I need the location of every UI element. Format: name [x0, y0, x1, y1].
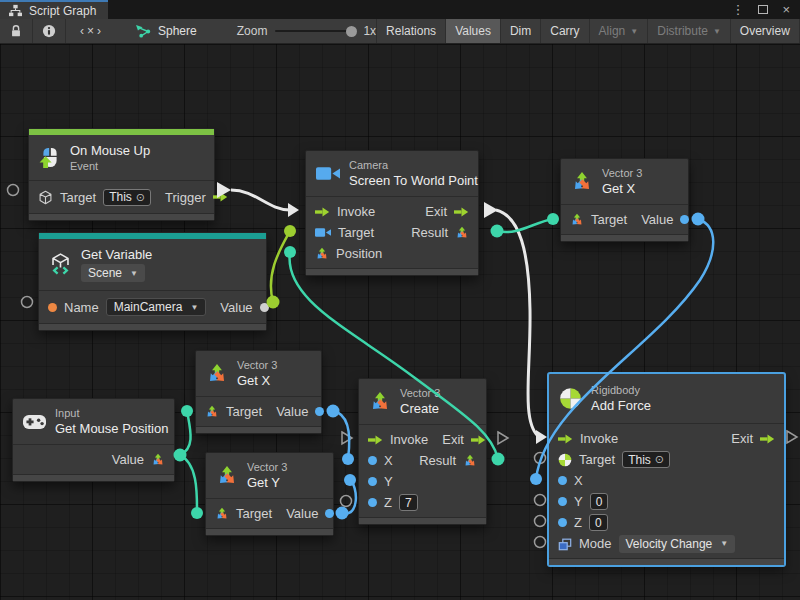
edit-graph-button[interactable]: ‹ × ›	[66, 19, 116, 43]
node-subtitle: Event	[70, 160, 150, 172]
exit-label: Exit	[731, 431, 753, 446]
align-button[interactable]: Align▼	[589, 19, 648, 43]
zoom-slider-handle[interactable]	[346, 26, 357, 37]
node-on-mouse-up[interactable]: On Mouse Up Event Target This ⊙ Trigger	[28, 128, 215, 221]
chevron-down-icon: ▼	[130, 269, 138, 278]
mode-label: Mode	[579, 536, 612, 551]
node-footer	[549, 558, 784, 565]
vector3-port-icon[interactable]	[315, 247, 329, 261]
invoke-label: Invoke	[337, 204, 375, 219]
node-title: Screen To World Point	[349, 173, 478, 188]
flow-arrow-icon[interactable]	[213, 192, 228, 202]
float-port-icon[interactable]	[368, 456, 377, 465]
multiply-icon: ×	[87, 24, 95, 38]
node-title: Get Y	[247, 475, 287, 490]
float-port-icon[interactable]	[558, 497, 567, 506]
flow-out-icon[interactable]	[454, 207, 469, 217]
flow-out-icon[interactable]	[760, 434, 775, 444]
mouse-up-icon	[39, 147, 61, 169]
y-row: Y 0	[549, 491, 784, 512]
chevron-down-icon: ▼	[190, 303, 198, 312]
window-menu-icon[interactable]: ⋮	[731, 2, 744, 17]
window-controls: ⋮ ×	[731, 0, 800, 19]
node-add-force[interactable]: Rigidbody Add Force Invoke Exit Target T…	[548, 373, 785, 566]
window-maximize-icon[interactable]	[758, 5, 768, 14]
zoom-control: Zoom 1x	[211, 19, 376, 43]
relations-button[interactable]: Relations	[376, 19, 445, 43]
float-port-icon[interactable]	[368, 498, 377, 507]
camera-port-icon[interactable]	[315, 227, 331, 238]
vector3-port-icon[interactable]	[463, 454, 477, 468]
z-value-field[interactable]: 0	[589, 514, 608, 531]
graph-breadcrumb[interactable]: Sphere	[116, 19, 211, 43]
tab-title: Script Graph	[29, 4, 96, 18]
node-vector3-create[interactable]: Vector 3 Create Invoke Exit X Result	[358, 378, 487, 525]
z-value-field[interactable]: 7	[399, 494, 418, 511]
float-port-icon[interactable]	[558, 518, 567, 527]
target-value-field[interactable]: This ⊙	[103, 189, 151, 206]
string-port-icon[interactable]	[48, 303, 57, 312]
tab-script-graph[interactable]: Script Graph	[0, 0, 108, 19]
y-value-field[interactable]: 0	[590, 493, 609, 510]
float-port-icon[interactable]	[325, 509, 334, 518]
float-port-icon[interactable]	[680, 215, 689, 224]
target-label: Target	[579, 452, 615, 467]
variable-name-dropdown[interactable]: MainCamera ▼	[106, 298, 207, 316]
node-screen-to-world-point[interactable]: Camera Screen To World Point Invoke Exit…	[305, 150, 479, 276]
node-footer	[196, 426, 321, 433]
vector3-port-icon[interactable]	[455, 226, 469, 240]
camera-icon	[316, 165, 340, 182]
float-port-icon[interactable]	[368, 477, 377, 486]
carry-button[interactable]: Carry	[540, 19, 588, 43]
zoom-value: 1x	[363, 24, 376, 38]
node-footer	[13, 474, 174, 481]
float-port-icon[interactable]	[558, 476, 567, 485]
chevron-down-icon: ▼	[713, 27, 721, 36]
distribute-button[interactable]: Distribute▼	[647, 19, 730, 43]
zoom-label: Zoom	[237, 24, 268, 38]
flow-in-icon[interactable]	[368, 435, 383, 445]
node-get-mouse-position[interactable]: Input Get Mouse Position Value	[12, 398, 175, 482]
gameobject-cube-icon	[38, 190, 53, 205]
vector3-port-icon[interactable]	[215, 507, 229, 521]
object-picker-icon[interactable]: ⊙	[136, 191, 145, 204]
overview-button[interactable]: Overview	[730, 19, 799, 43]
node-category: Input	[55, 407, 168, 419]
target-value-field[interactable]: This ⊙	[622, 451, 670, 468]
flow-in-icon[interactable]	[558, 434, 573, 444]
values-button[interactable]: Values	[445, 19, 500, 43]
node-get-variable[interactable]: Get Variable Scene ▼ Name MainCamera ▼ V…	[38, 232, 267, 331]
mode-row: Mode Velocity Change ▼	[549, 533, 784, 554]
tab-bar: Script Graph ⋮ ×	[0, 0, 800, 19]
flow-out-icon[interactable]	[471, 435, 486, 445]
node-get-x-mid[interactable]: Vector 3 Get X Target Value	[195, 350, 322, 434]
vector3-port-icon[interactable]	[205, 405, 219, 419]
vector3-port-icon[interactable]	[570, 213, 584, 227]
target-label: Target	[591, 212, 627, 227]
target-value-row: Target Value	[196, 401, 321, 422]
node-get-y[interactable]: Vector 3 Get Y Target Value	[205, 452, 334, 536]
node-get-x-top[interactable]: Vector 3 Get X Target Value	[560, 158, 689, 242]
window-close-icon[interactable]: ×	[782, 2, 790, 17]
exit-label: Exit	[425, 204, 447, 219]
trigger-label: Trigger	[165, 190, 206, 205]
node-category: Vector 3	[602, 167, 642, 179]
value-port-icon[interactable]	[260, 303, 269, 312]
variable-scope-dropdown[interactable]: Scene ▼	[81, 264, 145, 282]
vector3-port-icon[interactable]	[151, 453, 165, 467]
mode-dropdown[interactable]: Velocity Change ▼	[619, 535, 736, 553]
lock-button[interactable]	[0, 19, 33, 43]
dim-button[interactable]: Dim	[500, 19, 540, 43]
object-picker-icon[interactable]: ⊙	[655, 453, 664, 466]
rigidbody-port-icon[interactable]	[558, 453, 572, 467]
result-label: Result	[411, 225, 448, 240]
enum-port-icon[interactable]	[558, 537, 572, 551]
value-label: Value	[276, 404, 308, 419]
zoom-slider[interactable]	[275, 30, 355, 32]
name-label: Name	[64, 300, 99, 315]
vector3-icon	[369, 391, 391, 413]
inspect-button[interactable]	[33, 19, 66, 43]
node-title: Get X	[602, 181, 642, 196]
node-category: Camera	[349, 159, 478, 171]
flow-in-icon[interactable]	[315, 207, 330, 217]
